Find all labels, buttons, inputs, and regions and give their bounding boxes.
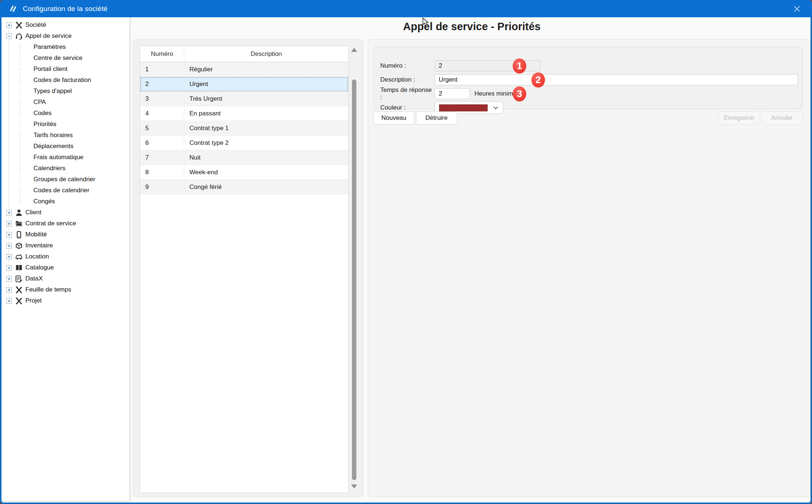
table-row[interactable]: 3Très Urgent <box>140 92 348 106</box>
color-label: Couleur : <box>380 104 435 111</box>
sidebar-item-label: Codes de calendrier <box>33 187 89 194</box>
sidebar-item-tarifs-horaires[interactable]: Tarifs horaires <box>3 130 130 141</box>
tree-connector-line <box>8 27 9 303</box>
cell-description: En passant <box>184 106 348 121</box>
cell-numero: 9 <box>140 180 184 194</box>
sidebar-item-calendriers[interactable]: Calendriers <box>3 163 130 174</box>
sidebar-item-deplacements[interactable]: Déplacements <box>3 141 130 152</box>
car-icon <box>15 253 23 261</box>
sidebar-item-label: Contrat de service <box>25 220 76 227</box>
annuler-button[interactable]: Annuler <box>761 111 802 125</box>
close-button[interactable] <box>792 4 802 14</box>
description-field[interactable] <box>435 74 798 85</box>
sidebar-item-projet[interactable]: +Projet <box>3 295 130 306</box>
sidebar-item-label: Client <box>25 209 41 216</box>
box-icon <box>15 242 23 250</box>
sidebar-item-contrat-de-service[interactable]: +Contrat de service <box>3 218 130 229</box>
table-row[interactable]: 1Régulier <box>140 62 348 77</box>
cell-numero: 6 <box>140 136 184 150</box>
sidebar-item-datax[interactable]: +DataX <box>3 273 130 284</box>
sidebar-item-label: Projet <box>25 297 42 304</box>
expand-toggle-icon[interactable]: + <box>6 298 12 304</box>
sidebar-item-location[interactable]: +Location <box>3 251 130 262</box>
sidebar-item-feuille-de-temps[interactable]: +Feuille de temps <box>3 284 130 295</box>
sidebar-item-priorites[interactable]: Priorités <box>3 119 130 130</box>
sidebar-item-client[interactable]: +Client <box>3 207 130 218</box>
cell-description: Contrat type 1 <box>184 121 348 135</box>
table-row[interactable]: 8Week-end <box>140 165 348 180</box>
expand-toggle-icon[interactable]: + <box>6 287 12 293</box>
sidebar-item-label: DataX <box>25 275 43 282</box>
table-row[interactable]: 2Urgent <box>140 77 348 92</box>
sidebar-item-mobilite[interactable]: +Mobilité <box>3 229 130 240</box>
column-header-description[interactable]: Description <box>184 46 348 62</box>
expand-toggle-icon[interactable]: + <box>6 254 12 260</box>
sidebar-item-types-d-appel[interactable]: Types d'appel <box>3 86 130 97</box>
sidebar-item-catalogue[interactable]: +Catalogue <box>3 262 130 273</box>
sidebar-item-label: Calendriers <box>33 165 65 172</box>
sidebar-item-groupes-de-calendrier[interactable]: Groupes de calendrier <box>3 174 130 185</box>
collapse-toggle-icon[interactable]: − <box>6 33 12 39</box>
person-icon <box>15 209 23 217</box>
color-swatch <box>439 104 488 111</box>
sidebar-item-societe[interactable]: +Société <box>3 19 130 31</box>
sidebar-item-label: Mobilité <box>25 231 47 238</box>
sidebar-item-inventaire[interactable]: +Inventaire <box>3 240 130 251</box>
table-header-row: Numéro Description <box>140 46 348 62</box>
sidebar-item-parametres[interactable]: Paramètres <box>3 42 130 53</box>
document-pen-icon <box>15 275 23 283</box>
response-time-row: Temps de réponse : Heures minimum <box>380 88 798 99</box>
sidebar-item-frais-automatique[interactable]: Frais automatique <box>3 152 130 163</box>
table-row[interactable]: 4En passant <box>140 106 348 121</box>
column-header-numero[interactable]: Numéro <box>140 46 184 62</box>
enregistrer-button[interactable]: Enregistrer <box>719 111 760 125</box>
scrollbar-thumb[interactable] <box>352 79 356 480</box>
numero-label: Numéro : <box>380 62 435 69</box>
folder-icon <box>15 220 23 228</box>
tools-icon <box>15 21 23 29</box>
expand-toggle-icon[interactable]: + <box>6 210 12 215</box>
callout-badge-1: 1 <box>513 58 526 74</box>
titlebar: Configuration de la société <box>0 0 812 17</box>
page-title: Appel de service - Priorités <box>133 21 811 33</box>
sidebar-item-label: Priorités <box>33 121 56 128</box>
sidebar-item-centre-de-service[interactable]: Centre de service <box>3 53 130 64</box>
expand-toggle-icon[interactable]: + <box>6 221 12 226</box>
app-logo-icon <box>9 4 18 14</box>
sidebar-item-codes[interactable]: Codes <box>3 108 130 119</box>
cell-numero: 3 <box>140 92 184 106</box>
sidebar-item-portail-client[interactable]: Portail client <box>3 64 130 75</box>
tree-connector-line <box>19 42 20 202</box>
table-row[interactable]: 9Congé férié <box>140 180 348 194</box>
table-row[interactable]: 5Contrat type 1 <box>140 121 348 136</box>
expand-toggle-icon[interactable]: + <box>6 232 12 237</box>
list-panel: Numéro Description 1Régulier2Urgent3Très… <box>133 39 363 497</box>
sidebar-item-label: Centre de service <box>33 54 82 62</box>
cell-numero: 4 <box>140 106 184 121</box>
expand-toggle-icon[interactable]: + <box>6 265 12 271</box>
scrollbar-down-arrow-icon[interactable] <box>351 485 357 489</box>
table-row[interactable]: 7Nuit <box>140 150 348 165</box>
nouveau-button[interactable]: Nouveau <box>373 111 414 125</box>
sidebar-item-label: Codes <box>33 110 51 117</box>
sidebar-item-codes-de-calendrier[interactable]: Codes de calendrier <box>3 185 130 196</box>
cell-description: Week-end <box>184 165 348 179</box>
sidebar-item-label: Portail client <box>33 65 68 73</box>
scrollbar-up-arrow-icon[interactable] <box>351 48 357 52</box>
sidebar-item-codes-de-facturation[interactable]: Codes de facturation <box>3 75 130 86</box>
sidebar-item-label: Codes de facturation <box>33 76 91 84</box>
sidebar-item-label: Société <box>25 21 46 29</box>
sidebar-item-cpa[interactable]: CPA <box>3 97 130 108</box>
table-row[interactable]: 6Contrat type 2 <box>140 136 348 150</box>
sidebar-item-conges[interactable]: Congés <box>3 196 130 207</box>
response-time-field[interactable] <box>435 88 470 99</box>
expand-toggle-icon[interactable]: + <box>6 243 12 249</box>
book-icon <box>15 264 23 272</box>
expand-toggle-icon[interactable]: + <box>6 276 12 282</box>
mobile-icon <box>15 231 23 239</box>
sidebar-item-appel-de-service[interactable]: −Appel de service <box>3 31 130 42</box>
detruire-button[interactable]: Détruire <box>416 111 457 125</box>
expand-toggle-icon[interactable]: + <box>6 22 12 28</box>
response-time-label: Temps de réponse : <box>380 86 435 101</box>
cell-numero: 1 <box>140 62 184 76</box>
